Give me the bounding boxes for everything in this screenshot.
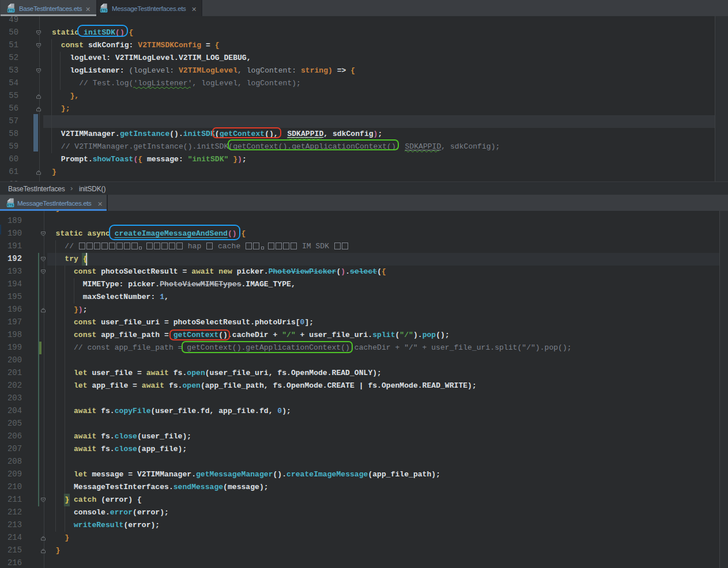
svg-text:ETS: ETS (7, 203, 14, 207)
svg-text:ETS: ETS (101, 9, 107, 12)
svg-text:ETS: ETS (8, 9, 14, 12)
